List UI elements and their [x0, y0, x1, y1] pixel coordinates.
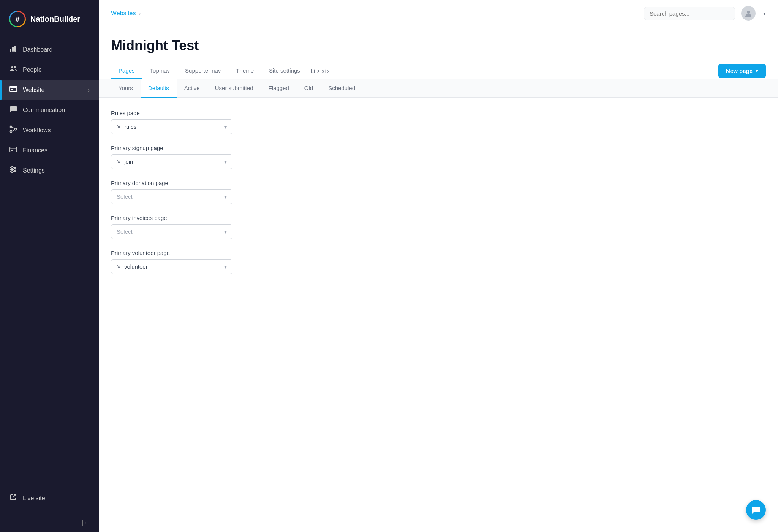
- sidebar-item-label: Communication: [23, 107, 65, 114]
- primary-signup-label: Primary signup page: [111, 145, 766, 151]
- svg-rect-0: [10, 49, 11, 52]
- tab-overflow-label: Li > si: [311, 68, 326, 74]
- chat-button[interactable]: [746, 500, 766, 520]
- finances-icon: [9, 146, 17, 155]
- primary-signup-page-group: Primary signup page ✕ join ▾: [111, 145, 766, 169]
- tab-overflow[interactable]: Li > si ›: [308, 63, 332, 79]
- primary-volunteer-chevron-icon: ▾: [224, 264, 227, 270]
- svg-rect-12: [10, 148, 17, 149]
- settings-icon: [9, 166, 17, 175]
- new-page-dropdown-icon: ▾: [756, 68, 758, 74]
- sidebar-item-communication[interactable]: Communication: [0, 100, 99, 120]
- svg-point-10: [10, 131, 12, 133]
- primary-signup-value: join: [124, 158, 224, 165]
- sidebar-logo: # NationBuilder: [0, 0, 99, 36]
- breadcrumb-separator: ›: [139, 10, 141, 16]
- svg-point-9: [15, 128, 17, 130]
- sidebar-item-label: Live site: [23, 495, 45, 502]
- primary-invoices-select[interactable]: Select ▾: [111, 224, 232, 239]
- svg-point-19: [11, 171, 13, 173]
- user-menu-chevron[interactable]: ▾: [763, 11, 766, 16]
- sidebar-item-label: Website: [23, 87, 45, 93]
- svg-rect-6: [10, 86, 17, 88]
- rules-page-clear[interactable]: ✕: [117, 124, 121, 130]
- breadcrumb-websites[interactable]: Websites: [111, 10, 136, 17]
- sidebar-item-settings[interactable]: Settings: [0, 160, 99, 180]
- rules-page-group: Rules page ✕ rules ▾: [111, 110, 766, 134]
- sidebar-bottom: Live site: [0, 483, 99, 516]
- primary-volunteer-page-group: Primary volunteer page ✕ volunteer ▾: [111, 250, 766, 274]
- primary-invoices-chevron-icon: ▾: [224, 229, 227, 235]
- sidebar-item-workflows[interactable]: Workflows: [0, 120, 99, 140]
- sub-tab-flagged[interactable]: Flagged: [261, 79, 297, 98]
- svg-rect-11: [10, 147, 17, 152]
- svg-point-3: [11, 66, 13, 68]
- livesite-icon: [9, 494, 17, 502]
- sub-tab-scheduled[interactable]: Scheduled: [321, 79, 363, 98]
- sidebar: # NationBuilder Dashboard: [0, 0, 99, 532]
- logo-icon: #: [9, 11, 26, 27]
- people-icon: [9, 65, 17, 74]
- sidebar-item-label: Workflows: [23, 127, 51, 134]
- sub-tabs: Yours Defaults Active User submitted Fla…: [99, 79, 778, 98]
- svg-point-8: [10, 126, 12, 128]
- rules-page-value: rules: [124, 124, 224, 130]
- chevron-right-icon: ›: [88, 87, 90, 93]
- svg-rect-13: [11, 150, 13, 151]
- sub-tab-user-submitted[interactable]: User submitted: [207, 79, 261, 98]
- rules-page-label: Rules page: [111, 110, 766, 116]
- rules-page-select[interactable]: ✕ rules ▾: [111, 119, 232, 134]
- primary-donation-placeholder: Select: [117, 193, 224, 200]
- sub-tab-defaults[interactable]: Defaults: [141, 79, 177, 98]
- workflows-icon: [9, 125, 17, 135]
- breadcrumb: Websites ›: [111, 10, 638, 17]
- tab-top-nav[interactable]: Top nav: [142, 63, 178, 79]
- new-page-button[interactable]: New page ▾: [718, 64, 766, 78]
- sidebar-nav: Dashboard People: [0, 36, 99, 483]
- svg-rect-7: [11, 89, 13, 90]
- tab-supporter-nav[interactable]: Supporter nav: [177, 63, 228, 79]
- tab-theme[interactable]: Theme: [228, 63, 261, 79]
- app-name: NationBuilder: [30, 15, 80, 24]
- primary-volunteer-clear[interactable]: ✕: [117, 264, 121, 270]
- main-content: Websites › ▾ Midnight Test Pages Top nav…: [99, 0, 778, 532]
- sub-tab-old[interactable]: Old: [297, 79, 321, 98]
- primary-invoices-label: Primary invoices page: [111, 215, 766, 221]
- sidebar-item-people[interactable]: People: [0, 60, 99, 80]
- svg-point-4: [14, 66, 16, 68]
- primary-signup-select[interactable]: ✕ join ▾: [111, 154, 232, 169]
- sub-tab-active[interactable]: Active: [177, 79, 207, 98]
- primary-volunteer-label: Primary volunteer page: [111, 250, 766, 256]
- user-avatar[interactable]: [741, 6, 756, 21]
- primary-signup-chevron-icon: ▾: [224, 159, 227, 165]
- svg-line-20: [13, 494, 16, 497]
- tab-site-settings[interactable]: Site settings: [261, 63, 308, 79]
- tab-pages[interactable]: Pages: [111, 63, 142, 79]
- sidebar-item-label: Settings: [23, 167, 45, 174]
- sidebar-item-livesite[interactable]: Live site: [9, 489, 90, 507]
- sidebar-item-finances[interactable]: Finances: [0, 140, 99, 160]
- sidebar-item-label: Dashboard: [23, 46, 52, 53]
- primary-invoices-page-group: Primary invoices page Select ▾: [111, 215, 766, 239]
- overflow-chevron-icon: ›: [327, 68, 329, 74]
- primary-volunteer-select[interactable]: ✕ volunteer ▾: [111, 259, 232, 274]
- sidebar-collapse-button[interactable]: |←: [0, 516, 99, 532]
- sidebar-item-label: Finances: [23, 147, 47, 154]
- communication-icon: [9, 105, 17, 115]
- rules-page-chevron-icon: ▾: [224, 124, 227, 130]
- defaults-content: Rules page ✕ rules ▾ Primary signup page…: [99, 98, 778, 532]
- sidebar-item-dashboard[interactable]: Dashboard: [0, 40, 99, 60]
- sidebar-item-website[interactable]: Website ›: [0, 80, 99, 100]
- sidebar-item-label: People: [23, 66, 42, 73]
- primary-donation-label: Primary donation page: [111, 180, 766, 186]
- svg-point-17: [11, 167, 13, 169]
- svg-rect-2: [14, 46, 16, 52]
- sub-tab-yours[interactable]: Yours: [111, 79, 141, 98]
- primary-donation-select[interactable]: Select ▾: [111, 189, 232, 204]
- primary-donation-chevron-icon: ▾: [224, 194, 227, 200]
- primary-invoices-placeholder: Select: [117, 228, 224, 235]
- website-icon: [9, 85, 17, 95]
- primary-signup-clear[interactable]: ✕: [117, 159, 121, 165]
- search-input[interactable]: [644, 7, 735, 20]
- primary-donation-page-group: Primary donation page Select ▾: [111, 180, 766, 204]
